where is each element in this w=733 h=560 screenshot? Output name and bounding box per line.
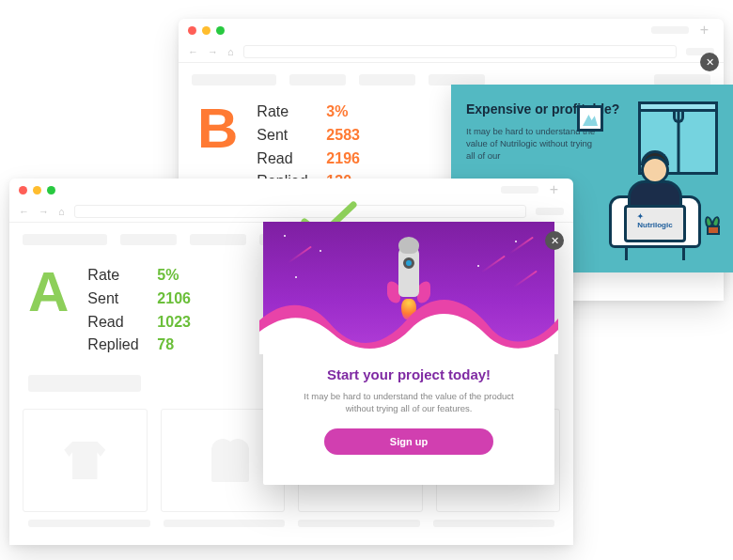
stat-label: Rate bbox=[257, 101, 313, 124]
illustration-person-laptop: Nutrilogic bbox=[577, 94, 727, 263]
stat-label: Sent bbox=[257, 124, 313, 148]
stat-value: 2106 bbox=[157, 288, 191, 311]
brand-label: Nutrilogic bbox=[637, 212, 672, 229]
stat-label: Rate bbox=[87, 264, 144, 288]
stat-value: 1023 bbox=[157, 311, 191, 334]
stat-label: Replied bbox=[87, 334, 144, 357]
maximize-dot-icon[interactable] bbox=[47, 186, 55, 194]
popup-close-button[interactable] bbox=[545, 231, 564, 250]
picture-frame-icon bbox=[577, 105, 603, 132]
stat-value: 3% bbox=[326, 101, 348, 124]
tshirt-icon bbox=[64, 442, 105, 479]
new-tab-icon[interactable]: + bbox=[544, 181, 564, 198]
popup-title: Start your project today! bbox=[280, 366, 538, 382]
variant-letter-a: A bbox=[28, 264, 69, 320]
window-titlebar: + bbox=[9, 179, 573, 201]
stat-label: Sent bbox=[87, 288, 144, 311]
product-card[interactable] bbox=[23, 409, 148, 512]
laptop-icon: Nutrilogic bbox=[624, 205, 686, 242]
home-icon[interactable]: ⌂ bbox=[58, 206, 65, 217]
close-dot-icon[interactable] bbox=[19, 186, 27, 194]
stat-value: 2583 bbox=[326, 124, 360, 148]
signup-button[interactable]: Sign up bbox=[324, 428, 493, 455]
browser-toolbar: ← → ⌂ bbox=[9, 201, 573, 222]
minimize-dot-icon[interactable] bbox=[33, 186, 41, 194]
popup-close-button[interactable] bbox=[700, 53, 719, 71]
popup-hero-illustration bbox=[263, 222, 554, 353]
address-bar[interactable] bbox=[243, 45, 677, 58]
popup-promo-a: Start your project today! It may be hard… bbox=[263, 222, 554, 485]
popup-body: It may be hard to understand the value o… bbox=[301, 390, 517, 415]
window-titlebar: + bbox=[179, 19, 724, 41]
stat-value: 5% bbox=[157, 264, 179, 288]
home-icon[interactable]: ⌂ bbox=[227, 46, 234, 57]
back-icon[interactable]: ← bbox=[188, 46, 198, 57]
flipflop-icon bbox=[211, 439, 234, 482]
stats-block-a: Rate5% Sent2106 Read1023 Replied78 bbox=[87, 264, 191, 357]
back-icon[interactable]: ← bbox=[19, 206, 29, 217]
close-dot-icon[interactable] bbox=[188, 26, 196, 35]
browser-toolbar: ← → ⌂ bbox=[179, 41, 724, 62]
stat-label: Read bbox=[87, 311, 144, 334]
stat-label: Read bbox=[257, 148, 313, 171]
forward-icon[interactable]: → bbox=[208, 46, 218, 57]
stat-value: 2196 bbox=[326, 148, 360, 171]
variant-letter-b: B bbox=[197, 101, 238, 157]
stat-value: 78 bbox=[157, 334, 174, 357]
minimize-dot-icon[interactable] bbox=[202, 26, 211, 35]
forward-icon[interactable]: → bbox=[39, 206, 49, 217]
new-tab-icon[interactable]: + bbox=[694, 22, 714, 39]
maximize-dot-icon[interactable] bbox=[216, 26, 225, 35]
